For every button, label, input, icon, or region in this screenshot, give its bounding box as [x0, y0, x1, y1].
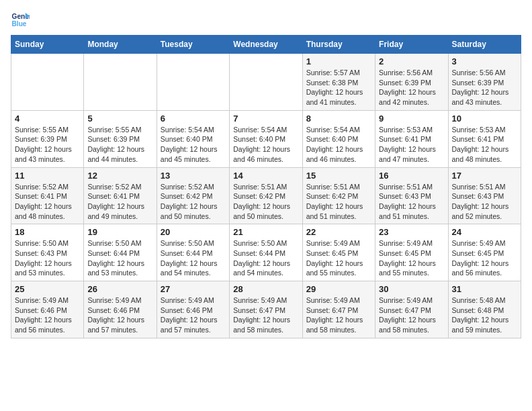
- cell-day-number: 26: [87, 284, 152, 294]
- day-header-thursday: Thursday: [302, 36, 375, 54]
- cell-info: Sunrise: 5:50 AMSunset: 6:44 PMDaylight:…: [161, 238, 226, 278]
- day-header-friday: Friday: [375, 36, 448, 54]
- calendar-cell: 15Sunrise: 5:51 AMSunset: 6:42 PMDayligh…: [302, 167, 375, 224]
- calendar-cell: 5Sunrise: 5:55 AMSunset: 6:39 PMDaylight…: [84, 110, 157, 167]
- calendar-cell: 25Sunrise: 5:49 AMSunset: 6:46 PMDayligh…: [11, 281, 84, 338]
- cell-info: Sunrise: 5:49 AMSunset: 6:47 PMDaylight:…: [233, 295, 298, 335]
- cell-day-number: 13: [161, 171, 226, 181]
- calendar-cell: 3Sunrise: 5:56 AMSunset: 6:39 PMDaylight…: [448, 54, 521, 111]
- calendar-week-2: 4Sunrise: 5:55 AMSunset: 6:39 PMDaylight…: [11, 110, 521, 167]
- cell-day-number: 19: [87, 227, 152, 237]
- calendar-cell: 24Sunrise: 5:49 AMSunset: 6:45 PMDayligh…: [448, 224, 521, 281]
- cell-day-number: 3: [452, 56, 517, 66]
- calendar-table: SundayMondayTuesdayWednesdayThursdayFrid…: [11, 35, 521, 338]
- day-header-saturday: Saturday: [448, 36, 521, 54]
- calendar-cell: 21Sunrise: 5:50 AMSunset: 6:44 PMDayligh…: [230, 224, 302, 281]
- cell-info: Sunrise: 5:49 AMSunset: 6:46 PMDaylight:…: [15, 295, 80, 335]
- cell-info: Sunrise: 5:51 AMSunset: 6:43 PMDaylight:…: [379, 182, 444, 222]
- cell-day-number: 9: [379, 113, 444, 124]
- calendar-header-row: SundayMondayTuesdayWednesdayThursdayFrid…: [11, 36, 521, 54]
- cell-day-number: 23: [379, 227, 444, 237]
- calendar-cell: 27Sunrise: 5:49 AMSunset: 6:46 PMDayligh…: [157, 281, 229, 338]
- calendar-week-5: 25Sunrise: 5:49 AMSunset: 6:46 PMDayligh…: [11, 281, 521, 338]
- day-header-wednesday: Wednesday: [230, 36, 302, 54]
- cell-day-number: 24: [452, 227, 517, 237]
- calendar-cell: 18Sunrise: 5:50 AMSunset: 6:43 PMDayligh…: [11, 224, 84, 281]
- cell-day-number: 14: [233, 171, 298, 181]
- cell-day-number: 8: [306, 113, 371, 124]
- cell-info: Sunrise: 5:50 AMSunset: 6:43 PMDaylight:…: [15, 238, 80, 278]
- svg-text:Blue: Blue: [12, 20, 27, 28]
- calendar-cell: 6Sunrise: 5:54 AMSunset: 6:40 PMDaylight…: [157, 110, 229, 167]
- calendar-cell: 4Sunrise: 5:55 AMSunset: 6:39 PMDaylight…: [11, 110, 84, 167]
- calendar-cell: 10Sunrise: 5:53 AMSunset: 6:41 PMDayligh…: [448, 110, 521, 167]
- cell-info: Sunrise: 5:53 AMSunset: 6:41 PMDaylight:…: [379, 125, 444, 165]
- cell-info: Sunrise: 5:51 AMSunset: 6:42 PMDaylight:…: [306, 182, 371, 222]
- cell-info: Sunrise: 5:52 AMSunset: 6:41 PMDaylight:…: [15, 182, 80, 222]
- calendar-cell: 13Sunrise: 5:52 AMSunset: 6:42 PMDayligh…: [157, 167, 229, 224]
- calendar-cell: 20Sunrise: 5:50 AMSunset: 6:44 PMDayligh…: [157, 224, 229, 281]
- calendar-cell: 7Sunrise: 5:54 AMSunset: 6:40 PMDaylight…: [230, 110, 302, 167]
- cell-info: Sunrise: 5:56 AMSunset: 6:39 PMDaylight:…: [452, 68, 517, 107]
- calendar-cell: [84, 54, 157, 111]
- cell-day-number: 31: [452, 284, 517, 294]
- cell-info: Sunrise: 5:49 AMSunset: 6:46 PMDaylight:…: [87, 295, 152, 335]
- cell-info: Sunrise: 5:53 AMSunset: 6:41 PMDaylight:…: [452, 125, 517, 165]
- calendar-cell: [230, 54, 302, 111]
- cell-info: Sunrise: 5:49 AMSunset: 6:45 PMDaylight:…: [306, 238, 371, 278]
- cell-day-number: 20: [161, 227, 226, 237]
- logo: General Blue: [11, 11, 32, 30]
- cell-info: Sunrise: 5:54 AMSunset: 6:40 PMDaylight:…: [161, 125, 226, 165]
- calendar-cell: 11Sunrise: 5:52 AMSunset: 6:41 PMDayligh…: [11, 167, 84, 224]
- calendar-cell: 16Sunrise: 5:51 AMSunset: 6:43 PMDayligh…: [375, 167, 448, 224]
- calendar-cell: 17Sunrise: 5:51 AMSunset: 6:43 PMDayligh…: [448, 167, 521, 224]
- calendar-cell: 8Sunrise: 5:54 AMSunset: 6:40 PMDaylight…: [302, 110, 375, 167]
- calendar-cell: 23Sunrise: 5:49 AMSunset: 6:45 PMDayligh…: [375, 224, 448, 281]
- cell-day-number: 25: [15, 284, 80, 294]
- cell-day-number: 21: [233, 227, 298, 237]
- calendar-cell: 22Sunrise: 5:49 AMSunset: 6:45 PMDayligh…: [302, 224, 375, 281]
- cell-day-number: 28: [233, 284, 298, 294]
- calendar-cell: 14Sunrise: 5:51 AMSunset: 6:42 PMDayligh…: [230, 167, 302, 224]
- cell-info: Sunrise: 5:49 AMSunset: 6:47 PMDaylight:…: [306, 295, 371, 335]
- cell-day-number: 11: [15, 171, 80, 181]
- cell-info: Sunrise: 5:54 AMSunset: 6:40 PMDaylight:…: [306, 125, 371, 165]
- calendar-cell: 2Sunrise: 5:56 AMSunset: 6:39 PMDaylight…: [375, 54, 448, 111]
- calendar-week-4: 18Sunrise: 5:50 AMSunset: 6:43 PMDayligh…: [11, 224, 521, 281]
- cell-info: Sunrise: 5:48 AMSunset: 6:48 PMDaylight:…: [452, 295, 517, 335]
- cell-day-number: 12: [87, 171, 152, 181]
- cell-day-number: 15: [306, 171, 371, 181]
- logo-icon: General Blue: [11, 11, 30, 30]
- cell-info: Sunrise: 5:50 AMSunset: 6:44 PMDaylight:…: [87, 238, 152, 278]
- cell-info: Sunrise: 5:55 AMSunset: 6:39 PMDaylight:…: [15, 125, 80, 165]
- cell-day-number: 30: [379, 284, 444, 294]
- cell-day-number: 17: [452, 171, 517, 181]
- cell-info: Sunrise: 5:57 AMSunset: 6:38 PMDaylight:…: [306, 68, 371, 107]
- cell-info: Sunrise: 5:56 AMSunset: 6:39 PMDaylight:…: [379, 68, 444, 107]
- cell-day-number: 29: [306, 284, 371, 294]
- page-header: General Blue: [11, 11, 521, 30]
- cell-day-number: 1: [306, 56, 371, 66]
- cell-info: Sunrise: 5:55 AMSunset: 6:39 PMDaylight:…: [87, 125, 152, 165]
- cell-day-number: 10: [452, 113, 517, 124]
- cell-day-number: 27: [161, 284, 226, 294]
- calendar-cell: 26Sunrise: 5:49 AMSunset: 6:46 PMDayligh…: [84, 281, 157, 338]
- calendar-cell: 31Sunrise: 5:48 AMSunset: 6:48 PMDayligh…: [448, 281, 521, 338]
- calendar-cell: [11, 54, 84, 111]
- cell-info: Sunrise: 5:50 AMSunset: 6:44 PMDaylight:…: [233, 238, 298, 278]
- calendar-cell: 1Sunrise: 5:57 AMSunset: 6:38 PMDaylight…: [302, 54, 375, 111]
- cell-info: Sunrise: 5:54 AMSunset: 6:40 PMDaylight:…: [233, 125, 298, 165]
- cell-info: Sunrise: 5:52 AMSunset: 6:41 PMDaylight:…: [87, 182, 152, 222]
- calendar-cell: 9Sunrise: 5:53 AMSunset: 6:41 PMDaylight…: [375, 110, 448, 167]
- cell-info: Sunrise: 5:51 AMSunset: 6:42 PMDaylight:…: [233, 182, 298, 222]
- calendar-week-3: 11Sunrise: 5:52 AMSunset: 6:41 PMDayligh…: [11, 167, 521, 224]
- cell-info: Sunrise: 5:49 AMSunset: 6:46 PMDaylight:…: [161, 295, 226, 335]
- calendar-cell: 12Sunrise: 5:52 AMSunset: 6:41 PMDayligh…: [84, 167, 157, 224]
- cell-day-number: 2: [379, 56, 444, 66]
- calendar-cell: 29Sunrise: 5:49 AMSunset: 6:47 PMDayligh…: [302, 281, 375, 338]
- day-header-tuesday: Tuesday: [157, 36, 229, 54]
- calendar-week-1: 1Sunrise: 5:57 AMSunset: 6:38 PMDaylight…: [11, 54, 521, 111]
- cell-info: Sunrise: 5:49 AMSunset: 6:45 PMDaylight:…: [379, 238, 444, 278]
- calendar-cell: 19Sunrise: 5:50 AMSunset: 6:44 PMDayligh…: [84, 224, 157, 281]
- cell-info: Sunrise: 5:49 AMSunset: 6:45 PMDaylight:…: [452, 238, 517, 278]
